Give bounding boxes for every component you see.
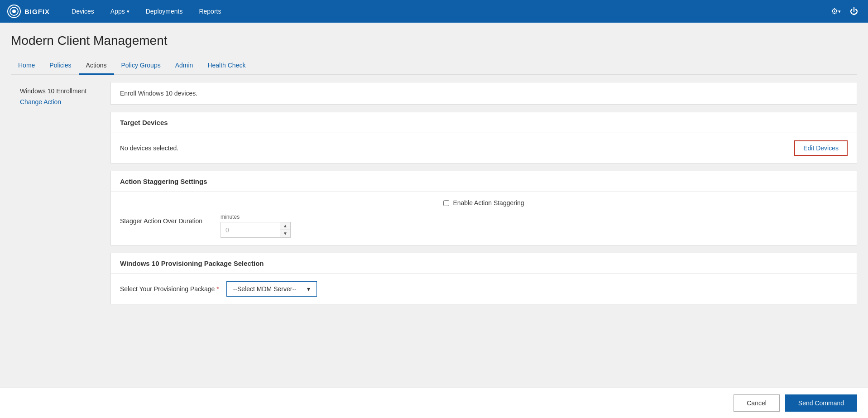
spinner-down-button[interactable]: ▼	[280, 230, 290, 237]
enable-staggering-checkbox[interactable]	[443, 200, 449, 206]
duration-right: minutes ▲ ▼	[221, 214, 291, 238]
nav-right: ⚙▾ ⏻	[828, 4, 861, 19]
nav-items: Devices Apps ▾ Deployments Reports	[63, 0, 828, 23]
nav-apps[interactable]: Apps ▾	[102, 0, 138, 23]
page-title: Modern Client Management	[11, 34, 857, 48]
mdm-select-chevron-icon: ▾	[307, 285, 310, 293]
target-devices-card: Target Devices No devices selected. Edit…	[110, 112, 857, 163]
spinner-input[interactable]	[221, 222, 280, 237]
provisioning-header: Windows 10 Provisioning Package Selectio…	[111, 253, 857, 274]
settings-icon[interactable]: ⚙▾	[828, 4, 844, 19]
provisioning-card: Windows 10 Provisioning Package Selectio…	[110, 253, 857, 304]
logo-icon	[7, 5, 21, 18]
provision-label: Select Your Provisioning Package *	[120, 285, 219, 293]
main-layout: Windows 10 Enrollment Change Action Enro…	[11, 75, 857, 319]
spinner-input-wrap: ▲ ▼	[221, 222, 291, 238]
staggering-card: Action Staggering Settings Enable Action…	[110, 171, 857, 245]
tab-health-check[interactable]: Health Check	[200, 57, 253, 75]
target-devices-body: No devices selected. Edit Devices	[111, 133, 857, 163]
top-navigation: BIGFIX Devices Apps ▾ Deployments Report…	[0, 0, 868, 23]
description-text: Enroll Windows 10 devices.	[111, 82, 857, 104]
content-area: Enroll Windows 10 devices. Target Device…	[110, 75, 857, 319]
tab-policies[interactable]: Policies	[42, 57, 78, 75]
logo-area: BIGFIX	[7, 5, 50, 18]
no-devices-text: No devices selected.	[120, 144, 178, 152]
tab-policy-groups[interactable]: Policy Groups	[114, 57, 168, 75]
sidebar: Windows 10 Enrollment Change Action	[11, 75, 110, 319]
minutes-label: minutes	[221, 214, 291, 220]
nav-deployments[interactable]: Deployments	[138, 0, 191, 23]
duration-label: Stagger Action Over Duration	[120, 214, 202, 225]
power-icon[interactable]: ⏻	[847, 4, 861, 19]
spinner-up-button[interactable]: ▲	[280, 222, 290, 230]
tab-home[interactable]: Home	[11, 57, 42, 75]
staggering-header: Action Staggering Settings	[111, 171, 857, 192]
spinner-buttons: ▲ ▼	[280, 222, 290, 237]
provisioning-body: Select Your Provisioning Package * --Sel…	[111, 274, 857, 304]
description-card: Enroll Windows 10 devices.	[110, 82, 857, 105]
nav-devices[interactable]: Devices	[63, 0, 102, 23]
target-devices-header: Target Devices	[111, 112, 857, 133]
mdm-select-placeholder: --Select MDM Server--	[233, 285, 297, 293]
tab-admin[interactable]: Admin	[168, 57, 201, 75]
enable-staggering-row: Enable Action Staggering	[443, 199, 524, 207]
apps-chevron-icon: ▾	[127, 9, 129, 14]
nav-reports[interactable]: Reports	[191, 0, 229, 23]
staggering-body: Enable Action Staggering Stagger Action …	[111, 192, 857, 245]
required-star: *	[216, 285, 219, 293]
mdm-server-select[interactable]: --Select MDM Server-- ▾	[226, 281, 317, 297]
duration-row: Stagger Action Over Duration minutes ▲ ▼	[120, 214, 848, 238]
edit-devices-button[interactable]: Edit Devices	[794, 140, 848, 156]
tabs-bar: Home Policies Actions Policy Groups Admi…	[11, 57, 857, 75]
sidebar-link-change-action[interactable]: Change Action	[15, 95, 66, 109]
svg-point-1	[12, 10, 16, 13]
logo-text: BIGFIX	[24, 8, 50, 15]
tab-actions[interactable]: Actions	[79, 57, 114, 75]
page-content: Modern Client Management Home Policies A…	[0, 23, 868, 355]
enable-staggering-label: Enable Action Staggering	[453, 199, 524, 207]
